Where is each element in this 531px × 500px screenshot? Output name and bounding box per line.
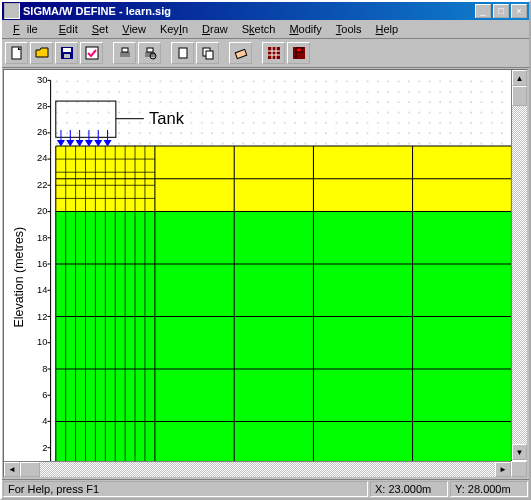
scroll-corner <box>511 461 527 477</box>
svg-text:14: 14 <box>37 285 47 295</box>
region-lower <box>56 212 512 474</box>
horizontal-scrollbar[interactable]: ◄ ► <box>4 461 511 477</box>
status-y-coord: Y: 28.000m <box>450 481 528 497</box>
open-button[interactable] <box>30 42 53 64</box>
check-icon <box>85 46 99 60</box>
svg-text:22: 22 <box>37 180 47 190</box>
menu-keyin[interactable]: KeyIn <box>153 22 195 36</box>
svg-rect-12 <box>206 51 213 59</box>
svg-text:30: 30 <box>37 75 47 85</box>
minimize-button[interactable]: _ <box>475 4 491 18</box>
menu-modify[interactable]: Modify <box>282 22 328 36</box>
svg-text:10: 10 <box>37 337 47 347</box>
vertical-scrollbar[interactable]: ▲ ▼ <box>511 70 527 460</box>
print-preview-icon <box>143 46 157 60</box>
toolbar <box>2 39 529 68</box>
close-button[interactable]: × <box>511 4 527 18</box>
menu-file[interactable]: File <box>6 22 52 36</box>
app-icon <box>4 3 20 19</box>
solve-button[interactable] <box>287 42 310 64</box>
app-window: SIGMA/W DEFINE - learn.sig _ □ × File Ed… <box>0 0 531 500</box>
svg-text:26: 26 <box>37 127 47 137</box>
menu-draw[interactable]: Draw <box>195 22 235 36</box>
page-icon <box>176 46 190 60</box>
new-icon <box>10 46 24 60</box>
menu-help[interactable]: Help <box>369 22 406 36</box>
svg-text:6: 6 <box>42 390 47 400</box>
open-folder-icon <box>35 46 49 60</box>
menubar: File Edit Set View KeyIn Draw Sketch Mod… <box>2 20 529 39</box>
svg-rect-2 <box>63 48 71 52</box>
menu-tools[interactable]: Tools <box>329 22 369 36</box>
print-button[interactable] <box>113 42 136 64</box>
svg-text:2: 2 <box>42 443 47 453</box>
save-button[interactable] <box>55 42 78 64</box>
menu-edit[interactable]: Edit <box>52 22 85 36</box>
print-preview-button[interactable] <box>138 42 161 64</box>
menu-view[interactable]: View <box>115 22 153 36</box>
menu-set[interactable]: Set <box>85 22 116 36</box>
status-message: For Help, press F1 <box>3 481 368 497</box>
svg-text:24: 24 <box>37 153 47 163</box>
window-title: SIGMA/W DEFINE - learn.sig <box>23 5 475 17</box>
scroll-down-button[interactable]: ▼ <box>512 444 527 460</box>
svg-text:8: 8 <box>42 364 47 374</box>
h-scroll-thumb[interactable] <box>20 462 40 477</box>
svg-rect-13 <box>235 49 246 58</box>
svg-text:12: 12 <box>37 312 47 322</box>
svg-text:28: 28 <box>37 101 47 111</box>
svg-rect-8 <box>147 48 153 52</box>
svg-text:4: 4 <box>42 416 47 426</box>
grid-button[interactable] <box>262 42 285 64</box>
tank-label: Tank <box>149 109 185 128</box>
drawing-canvas[interactable]: Tank <box>4 70 527 478</box>
scroll-up-button[interactable]: ▲ <box>512 70 527 86</box>
flag-icon <box>292 46 306 60</box>
statusbar: For Help, press F1 X: 23.000m Y: 28.000m <box>2 479 529 498</box>
redraw-button[interactable] <box>229 42 252 64</box>
v-scroll-thumb[interactable] <box>512 86 527 106</box>
status-x-coord: X: 23.000m <box>370 481 448 497</box>
scroll-left-button[interactable]: ◄ <box>4 462 20 477</box>
svg-rect-4 <box>86 47 98 59</box>
copy-icon <box>201 46 215 60</box>
grid-icon <box>267 46 281 60</box>
cut-button[interactable] <box>171 42 194 64</box>
drawing-viewport[interactable]: Tank <box>3 69 528 478</box>
scroll-right-button[interactable]: ► <box>495 462 511 477</box>
verify-button[interactable] <box>80 42 103 64</box>
svg-text:16: 16 <box>37 259 47 269</box>
floppy-icon <box>60 46 74 60</box>
eraser-icon <box>234 46 248 60</box>
svg-text:20: 20 <box>37 206 47 216</box>
maximize-button[interactable]: □ <box>493 4 509 18</box>
svg-rect-10 <box>179 48 187 58</box>
y-axis-label: Elevation (metres) <box>12 227 26 328</box>
copy-button[interactable] <box>196 42 219 64</box>
menu-sketch[interactable]: Sketch <box>235 22 283 36</box>
svg-rect-14 <box>268 47 280 59</box>
svg-rect-3 <box>64 54 70 58</box>
titlebar: SIGMA/W DEFINE - learn.sig _ □ × <box>2 2 529 20</box>
svg-rect-6 <box>122 48 128 52</box>
new-button[interactable] <box>5 42 28 64</box>
printer-icon <box>118 46 132 60</box>
svg-rect-5 <box>120 52 130 57</box>
svg-text:18: 18 <box>37 233 47 243</box>
window-control-buttons: _ □ × <box>475 4 527 18</box>
